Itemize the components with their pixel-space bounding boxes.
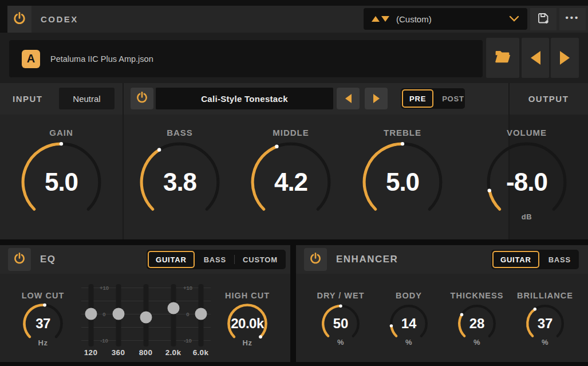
tab-label: GUITAR [156, 255, 187, 264]
preset-down-icon[interactable] [381, 16, 389, 22]
enhancer-title: ENHANCER [336, 245, 398, 274]
eq-tab-guitar[interactable]: GUITAR [148, 251, 195, 268]
eq-tab-custom[interactable]: CUSTOM [236, 251, 285, 268]
tonestack-power-button[interactable] [131, 88, 153, 109]
model-file-field[interactable]: A Petaluma IIC Plus Amp.json [9, 40, 483, 77]
low-cut-knob[interactable]: LOW CUT 37 Hz [11, 290, 74, 345]
body-knob[interactable]: BODY 14 % [374, 290, 443, 344]
knob-value: 50 [321, 316, 361, 332]
knob-value: 20.0k [226, 316, 269, 332]
eq-body: LOW CUT 37 Hz +10 0 -10 +10 [0, 274, 290, 362]
folder-icon [494, 49, 511, 66]
knob-label: DRY / WET [306, 290, 375, 301]
enhancer-tab-group: GUITAR BASS [491, 250, 579, 269]
high-cut-knob[interactable]: HIGH CUT 20.0k Hz [216, 290, 279, 345]
master-power-button[interactable] [7, 6, 31, 33]
routing-post-button[interactable]: POST [436, 89, 471, 108]
save-icon [536, 11, 550, 27]
knob-value: 28 [457, 316, 497, 332]
bass-knob[interactable]: BASS 3.8 [134, 127, 226, 226]
slider-handle[interactable] [112, 308, 124, 320]
io-row: INPUT Neutral Cali-Style Tonestack PRE [0, 83, 588, 115]
more-menu-button[interactable]: ••• [559, 8, 586, 30]
enhancer-body: DRY / WET 50 % BODY 14 % THICKNESS 28 % [296, 274, 588, 362]
knob-value: 3.8 [136, 168, 223, 196]
chevron-down-icon [509, 14, 519, 24]
treble-knob[interactable]: TREBLE 5.0 [357, 127, 448, 226]
tonestack-select[interactable]: Cali-Style Tonestack [156, 88, 333, 109]
knob-value: -8.0 [483, 168, 570, 196]
slider-handle[interactable] [167, 302, 179, 314]
eq-band-120 [77, 288, 105, 340]
plugin-window: CODEX (Custom) [0, 0, 588, 366]
preset-name: (Custom) [396, 14, 432, 24]
save-preset-button[interactable] [530, 8, 557, 30]
arrow-left-icon [531, 51, 540, 65]
power-icon [12, 11, 27, 28]
knob-label: LOW CUT [11, 290, 74, 301]
slider-handle[interactable] [85, 308, 97, 320]
next-file-button[interactable] [551, 38, 579, 78]
gain-knob[interactable]: GAIN 5.0 [15, 127, 107, 226]
knob-label: BRILLIANCE [511, 290, 579, 301]
dry-wet-knob[interactable]: DRY / WET 50 % [306, 290, 375, 344]
routing-post-label: POST [442, 95, 464, 103]
title-bar-actions: ••• [530, 8, 586, 30]
model-type-badge: A [22, 50, 40, 68]
eq-header: EQ GUITAR BASS CUSTOM [0, 245, 290, 274]
eq-band-6k [187, 288, 215, 340]
enhancer-tab-bass[interactable]: BASS [542, 251, 578, 268]
output-label: OUTPUT [509, 83, 588, 115]
input-mode-select[interactable]: Neutral [59, 88, 115, 109]
title-bar: CODEX (Custom) [0, 0, 588, 33]
knob-value: 37 [525, 316, 565, 332]
open-file-button[interactable] [486, 38, 519, 78]
knob-label: MIDDLE [245, 127, 337, 139]
slider-handle[interactable] [195, 308, 207, 320]
tab-divider [234, 255, 235, 264]
knob-unit: % [457, 338, 497, 347]
knob-label: HIGH CUT [216, 290, 279, 301]
title-bar-inner: CODEX (Custom) [7, 6, 588, 33]
enhancer-panel: ENHANCER GUITAR BASS DRY / WET 50 % BODY… [296, 245, 588, 362]
knob-unit: Hz [226, 339, 269, 347]
knob-unit: % [321, 338, 361, 347]
routing-pre-button[interactable]: PRE [402, 89, 433, 108]
middle-knob[interactable]: MIDDLE 4.2 [245, 127, 337, 226]
knob-value: 37 [22, 316, 64, 332]
slider-handle[interactable] [140, 312, 152, 324]
tonestack-prev-button[interactable] [337, 88, 360, 109]
eq-title: EQ [40, 245, 56, 274]
tonestack-next-button[interactable] [365, 88, 388, 109]
power-icon [135, 90, 149, 107]
brilliance-knob[interactable]: BRILLIANCE 37 % [511, 290, 579, 344]
volume-knob[interactable]: VOLUME -8.0 dB [481, 127, 573, 226]
eq-tab-bass[interactable]: BASS [197, 251, 233, 268]
tab-label: GUITAR [500, 255, 531, 264]
enhancer-power-button[interactable] [304, 248, 327, 271]
eq-power-button[interactable] [8, 248, 31, 271]
tab-label: BASS [548, 255, 571, 264]
model-filename: Petaluma IIC Plus Amp.json [50, 54, 153, 64]
input-mode-value: Neutral [73, 94, 100, 104]
freq-label: 120 [77, 348, 105, 357]
enhancer-tab-guitar[interactable]: GUITAR [492, 251, 539, 268]
eq-band-800 [132, 288, 160, 340]
slider-rail[interactable] [171, 284, 176, 347]
preset-up-icon[interactable] [372, 16, 380, 22]
thickness-knob[interactable]: THICKNESS 28 % [443, 290, 511, 344]
freq-label: 360 [105, 348, 132, 357]
knob-label: GAIN [15, 127, 107, 139]
knob-unit: dB [483, 212, 570, 221]
preset-selector[interactable]: (Custom) [364, 8, 527, 30]
eq-tab-group: GUITAR BASS CUSTOM [147, 250, 286, 269]
knob-label: BODY [374, 290, 443, 301]
power-icon [13, 251, 26, 267]
previous-file-button[interactable] [522, 38, 549, 78]
arrow-left-icon [345, 94, 352, 103]
arrow-right-icon [560, 51, 570, 65]
app-title: CODEX [41, 14, 78, 24]
knob-unit: % [389, 338, 429, 347]
arrow-right-icon [373, 94, 380, 103]
routing-toggle: PRE POST [401, 88, 465, 109]
